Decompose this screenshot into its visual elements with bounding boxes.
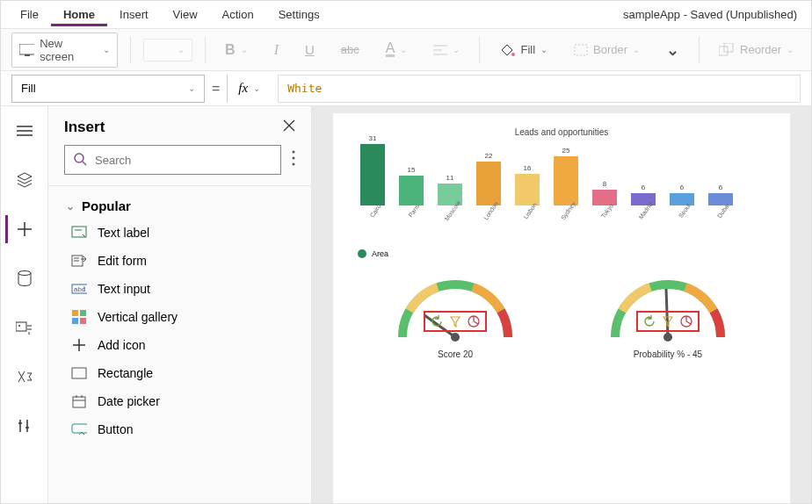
- insert-item-rect[interactable]: Rectangle: [64, 359, 311, 387]
- rect-icon: [71, 365, 87, 381]
- insert-item-button[interactable]: Button: [64, 415, 311, 443]
- svg-rect-8: [724, 43, 733, 52]
- bold-button[interactable]: B⌄: [218, 39, 255, 61]
- search-input[interactable]: [95, 154, 272, 167]
- svg-rect-6: [575, 45, 587, 55]
- svg-rect-33: [80, 310, 86, 316]
- divider: [205, 37, 206, 63]
- svg-rect-39: [73, 397, 85, 407]
- reorder-icon: [719, 43, 735, 57]
- chevron-down-icon: ⌄: [178, 45, 185, 54]
- menu-view[interactable]: View: [161, 3, 210, 26]
- search-box[interactable]: [64, 145, 281, 175]
- pie-icon: [680, 315, 692, 328]
- gauge-label: Score 20: [438, 349, 473, 359]
- divider: [699, 37, 700, 63]
- insert-item-addicon[interactable]: Add icon: [64, 331, 311, 359]
- rail-insert[interactable]: [5, 215, 40, 243]
- divider: [130, 37, 131, 63]
- insert-item-textlabel[interactable]: Text label: [64, 219, 311, 247]
- insert-item-label: Button: [98, 422, 133, 436]
- insert-item-vgallery[interactable]: Vertical gallery: [64, 303, 311, 331]
- insert-item-editform[interactable]: Edit form: [64, 247, 311, 275]
- panel-body: ⌄ Popular Text labelEdit formabcText inp…: [48, 186, 311, 504]
- svg-point-5: [511, 53, 515, 56]
- panel-title: Insert: [64, 119, 105, 136]
- menu-file[interactable]: File: [8, 3, 51, 26]
- insert-item-textinput[interactable]: abcText input: [64, 275, 311, 303]
- expand-button[interactable]: ⌄: [659, 37, 686, 63]
- group-header-popular[interactable]: ⌄ Popular: [64, 193, 311, 219]
- chevron-down-icon: ⌄: [103, 45, 110, 54]
- close-panel-button[interactable]: [283, 119, 295, 135]
- bar-category: Dubai: [716, 203, 742, 227]
- variables-icon: [16, 370, 33, 384]
- insert-item-datepicker[interactable]: Date picker: [64, 387, 311, 415]
- border-button[interactable]: Border ⌄: [567, 40, 647, 60]
- bar-category: Seoul: [678, 203, 702, 227]
- chevron-down-icon: ⌄: [400, 45, 407, 54]
- bar-rect: [670, 193, 694, 205]
- chevron-down-icon: ⌄: [540, 45, 547, 54]
- fill-button[interactable]: Fill ⌄: [492, 40, 555, 61]
- menu-bar: File Home Insert View Action Settings sa…: [1, 1, 811, 29]
- svg-point-50: [663, 333, 672, 342]
- new-screen-button[interactable]: New screen ⌄: [11, 32, 118, 68]
- app-canvas[interactable]: Leads and opportunities 31Cairo15Paris11…: [333, 113, 790, 504]
- insert-item-label: Rectangle: [98, 366, 153, 380]
- highlight-box: [636, 311, 700, 332]
- italic-button[interactable]: I: [267, 39, 286, 61]
- bar-value: 22: [485, 152, 493, 160]
- chevron-down-icon: ⌄: [666, 40, 679, 60]
- formula-input[interactable]: [278, 75, 801, 103]
- bar-7: 6Madrid: [628, 184, 658, 228]
- chevron-down-icon: ⌄: [253, 83, 260, 93]
- insert-item-label: Date picker: [98, 394, 160, 408]
- addicon-icon: [71, 337, 87, 353]
- menu-settings[interactable]: Settings: [266, 3, 332, 26]
- filter-icon: [663, 315, 673, 328]
- bar-value: 16: [524, 164, 532, 172]
- gauge-icon: [598, 267, 738, 346]
- svg-point-16: [18, 325, 20, 327]
- highlight-box: [424, 311, 487, 332]
- refresh-icon: [643, 315, 656, 328]
- panel-more-button[interactable]: [292, 150, 295, 169]
- pie-icon: [468, 315, 480, 328]
- strikethrough-button[interactable]: abc: [334, 40, 366, 60]
- rail-data[interactable]: [7, 264, 42, 292]
- align-button[interactable]: ⌄: [426, 40, 467, 60]
- chevron-down-icon: ⌄: [453, 45, 460, 54]
- menu-home[interactable]: Home: [51, 3, 107, 26]
- menu-action[interactable]: Action: [210, 3, 266, 26]
- ribbon-toolbar: New screen ⌄ ⌄ B⌄ I U abc A⌄ ⌄ Fill ⌄ Bo…: [1, 29, 811, 71]
- font-color-button[interactable]: A⌄: [379, 39, 415, 61]
- svg-point-23: [293, 163, 295, 166]
- rail-hamburger[interactable]: [7, 117, 42, 145]
- underline-button[interactable]: U: [298, 39, 322, 61]
- bar-value: 25: [562, 147, 570, 155]
- bar-8: 6Seoul: [667, 184, 697, 228]
- insert-item-label: Edit form: [98, 254, 147, 268]
- bar-value: 6: [719, 184, 722, 191]
- bar-chart: 31Cairo15Paris11Moscow22London16Lisbon25…: [349, 149, 774, 228]
- property-selector[interactable]: Fill ⌄: [11, 75, 205, 103]
- rail-advanced-tools[interactable]: [7, 412, 42, 440]
- rail-tree-view[interactable]: [7, 166, 42, 194]
- rail-variables[interactable]: [7, 363, 42, 391]
- vgallery-icon: [71, 309, 87, 325]
- theme-color-picker[interactable]: ⌄: [143, 39, 193, 61]
- menu-insert[interactable]: Insert: [107, 3, 161, 26]
- bar-category: Paris: [407, 203, 431, 226]
- legend-swatch: [358, 249, 366, 258]
- bar-value: 6: [680, 184, 684, 191]
- svg-point-22: [293, 157, 295, 160]
- bar-1: 15Paris: [396, 166, 426, 228]
- reorder-button[interactable]: Reorder ⌄: [712, 40, 801, 61]
- property-name: Fill: [21, 82, 36, 95]
- filter-icon: [450, 315, 460, 328]
- fx-indicator[interactable]: fx ⌄: [227, 75, 271, 103]
- bar-value: 11: [446, 174, 454, 182]
- rail-media[interactable]: [7, 313, 42, 342]
- chevron-down-icon: ⌄: [241, 45, 248, 54]
